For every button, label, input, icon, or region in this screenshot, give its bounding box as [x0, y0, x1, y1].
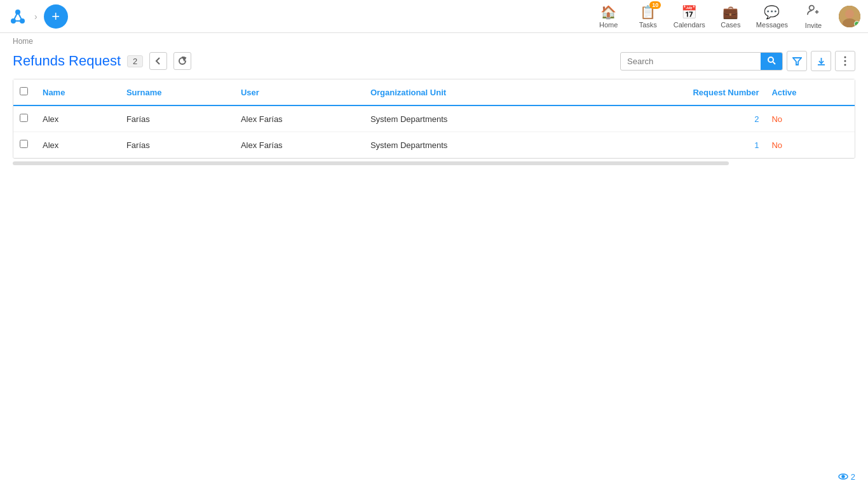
download-button[interactable]: [811, 51, 831, 71]
topnav-right: 🏠 Home 📋 10 Tasks 📅 Calendars 💼 Cases 💬 …: [595, 3, 860, 29]
col-header-surname[interactable]: Surname: [120, 79, 234, 105]
row-checkbox-1[interactable]: [20, 140, 28, 148]
svg-line-14: [773, 62, 776, 64]
messages-icon: 💬: [764, 4, 780, 20]
col-header-req-number[interactable]: Request Number: [578, 79, 765, 105]
cell-user[interactable]: Alex Farías: [234, 105, 364, 132]
svg-marker-15: [793, 58, 801, 65]
user-avatar[interactable]: [839, 6, 860, 27]
calendars-icon: 📅: [681, 4, 697, 20]
filter-button[interactable]: [787, 51, 807, 71]
nav-item-invite[interactable]: Invite: [799, 3, 827, 29]
svg-point-18: [844, 57, 846, 58]
svg-point-20: [844, 64, 846, 66]
col-header-active[interactable]: Active: [765, 79, 855, 105]
cases-icon: 💼: [722, 4, 738, 20]
records-table-container: Name Surname User Organizational Unit Re…: [13, 79, 855, 159]
svg-line-3: [13, 12, 18, 21]
svg-point-6: [810, 6, 814, 10]
nav-label-home: Home: [599, 21, 618, 29]
cell-name[interactable]: Alex: [36, 105, 120, 132]
col-header-user[interactable]: User: [234, 79, 364, 105]
cell-req-number[interactable]: 1: [578, 132, 765, 158]
nav-item-cases[interactable]: 💼 Cases: [717, 4, 745, 29]
nav-item-tasks[interactable]: 📋 10 Tasks: [634, 4, 662, 29]
record-count-badge: 2: [127, 55, 143, 67]
col-header-org-unit[interactable]: Organizational Unit: [364, 79, 578, 105]
header-toolbar: [620, 51, 855, 71]
app-logo: [8, 6, 28, 27]
breadcrumb-home[interactable]: Home: [13, 37, 33, 46]
table-row: Alex Farías Alex Farías System Departmen…: [13, 105, 855, 132]
select-all-checkbox[interactable]: [20, 87, 28, 95]
cell-active[interactable]: No: [765, 105, 855, 132]
nav-label-calendars: Calendars: [674, 21, 705, 29]
cell-org-unit[interactable]: System Departments: [364, 105, 578, 132]
cell-active[interactable]: No: [765, 132, 855, 158]
tasks-badge: 10: [649, 1, 661, 9]
topnav-left: › +: [8, 4, 68, 29]
search-input[interactable]: [621, 53, 761, 69]
top-navigation: › + 🏠 Home 📋 10 Tasks 📅 Calendars 💼 Case…: [0, 0, 868, 33]
nav-item-home[interactable]: 🏠 Home: [595, 4, 623, 29]
records-table: Name Surname User Organizational Unit Re…: [13, 79, 855, 158]
cell-org-unit[interactable]: System Departments: [364, 132, 578, 158]
cell-surname[interactable]: Farías: [120, 105, 234, 132]
row-checkbox-0[interactable]: [20, 114, 28, 122]
row-checkbox-cell: [13, 105, 36, 132]
search-box: [620, 52, 783, 71]
scroll-track: [13, 161, 729, 165]
cell-name[interactable]: Alex: [36, 132, 120, 158]
cell-user[interactable]: Alex Farías: [234, 132, 364, 158]
table-header: Name Surname User Organizational Unit Re…: [13, 79, 855, 105]
select-all-header: [13, 79, 36, 105]
invite-icon: [806, 3, 820, 20]
breadcrumb: Home: [0, 33, 868, 46]
svg-point-19: [844, 60, 846, 62]
nav-label-tasks: Tasks: [639, 21, 657, 29]
svg-line-4: [18, 12, 22, 21]
col-header-name[interactable]: Name: [36, 79, 120, 105]
nav-item-messages[interactable]: 💬 Messages: [756, 4, 788, 29]
nav-item-calendars[interactable]: 📅 Calendars: [674, 4, 705, 29]
tasks-icon: 📋 10: [640, 4, 656, 20]
refresh-button[interactable]: [173, 52, 191, 70]
horizontal-scrollbar[interactable]: [13, 159, 855, 165]
add-new-button[interactable]: +: [44, 4, 68, 29]
nav-expand-arrow[interactable]: ›: [34, 11, 37, 22]
search-button[interactable]: [761, 53, 782, 70]
cell-req-number[interactable]: 2: [578, 105, 765, 132]
cell-surname[interactable]: Farías: [120, 132, 234, 158]
page-header: Refunds Request 2: [0, 46, 868, 79]
row-checkbox-cell: [13, 132, 36, 158]
table-row: Alex Farías Alex Farías System Departmen…: [13, 132, 855, 158]
online-status-dot: [854, 21, 860, 27]
home-icon: 🏠: [600, 4, 616, 20]
back-button[interactable]: [149, 52, 167, 70]
nav-label-messages: Messages: [756, 21, 788, 29]
svg-marker-12: [182, 57, 186, 60]
nav-label-invite: Invite: [805, 22, 822, 29]
svg-point-10: [845, 10, 854, 18]
table-body: Alex Farías Alex Farías System Departmen…: [13, 105, 855, 158]
svg-point-13: [768, 57, 773, 62]
nav-label-cases: Cases: [721, 21, 740, 29]
more-options-button[interactable]: [835, 51, 855, 71]
page-title: Refunds Request: [13, 53, 121, 69]
